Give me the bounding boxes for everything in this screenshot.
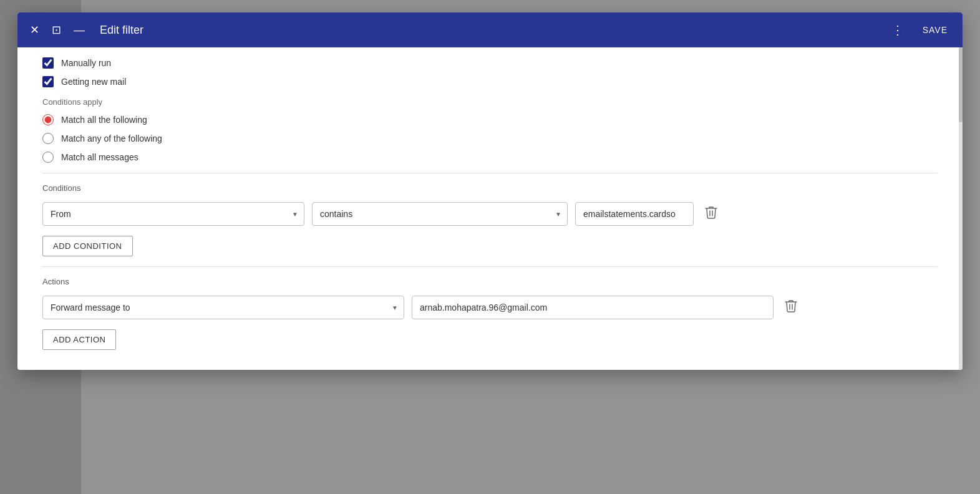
match-any-following-label: Match any of the following	[61, 133, 162, 143]
match-all-messages-label: Match all messages	[61, 152, 138, 162]
match-all-following-radio[interactable]	[42, 114, 54, 125]
from-field-select[interactable]: From To Subject Body	[42, 202, 304, 226]
conditions-title: Conditions	[42, 183, 938, 193]
header-right: ⋮ SAVE	[889, 21, 953, 39]
close-icon: ✕	[30, 24, 39, 36]
delete-condition-button[interactable]	[701, 201, 721, 226]
action-row-1: Forward message to Mark as read Delete A…	[42, 295, 938, 319]
getting-new-mail-row: Getting new mail	[42, 76, 938, 87]
trash-icon	[705, 205, 717, 222]
modal-body: Manually run Getting new mail Conditions…	[17, 47, 963, 370]
expand-icon: ⊡	[52, 24, 61, 36]
more-options-button[interactable]: ⋮	[889, 21, 908, 39]
add-action-button[interactable]: ADD ACTION	[42, 329, 116, 350]
trash-action-icon	[785, 299, 797, 316]
actions-divider	[42, 266, 938, 267]
conditions-apply-label: Conditions apply	[42, 97, 938, 107]
getting-new-mail-label: Getting new mail	[61, 77, 126, 87]
contains-field-select[interactable]: contains does not contain is is not	[312, 202, 568, 226]
condition-row-1: From To Subject Body contains does not c…	[42, 201, 938, 226]
match-any-following-radio[interactable]	[42, 133, 54, 144]
modal-overlay: ✕ ⊡ — Edit filter ⋮ SAVE	[0, 0, 980, 494]
action-email-input[interactable]	[412, 296, 774, 319]
contains-field-wrapper: contains does not contain is is not	[312, 202, 568, 226]
match-any-following-row: Match any of the following	[42, 133, 938, 144]
more-options-icon: ⋮	[891, 24, 905, 36]
manually-run-checkbox[interactable]	[42, 57, 54, 69]
modal-header: ✕ ⊡ — Edit filter ⋮ SAVE	[17, 12, 963, 47]
getting-new-mail-checkbox[interactable]	[42, 76, 54, 87]
manually-run-row: Manually run	[42, 57, 938, 69]
actions-title: Actions	[42, 277, 938, 286]
header-left: ✕ ⊡ — Edit filter	[27, 22, 143, 38]
from-field-wrapper: From To Subject Body	[42, 202, 304, 226]
delete-action-button[interactable]	[781, 295, 801, 319]
match-all-messages-row: Match all messages	[42, 152, 938, 163]
save-button[interactable]: SAVE	[918, 22, 953, 37]
expand-button[interactable]: ⊡	[49, 22, 64, 38]
scrollbar[interactable]	[959, 47, 963, 370]
match-all-following-row: Match all the following	[42, 114, 938, 125]
condition-value-input[interactable]	[575, 202, 694, 226]
action-field-wrapper: Forward message to Mark as read Delete A…	[42, 296, 404, 319]
scrollbar-thumb[interactable]	[959, 47, 963, 122]
conditions-divider	[42, 173, 938, 173]
match-all-following-label: Match all the following	[61, 115, 147, 125]
modal-title: Edit filter	[100, 24, 143, 37]
minimize-icon: —	[74, 24, 85, 36]
minimize-button[interactable]: —	[71, 22, 87, 38]
manually-run-label: Manually run	[61, 58, 111, 68]
match-all-messages-radio[interactable]	[42, 152, 54, 163]
edit-filter-modal: ✕ ⊡ — Edit filter ⋮ SAVE	[17, 12, 963, 370]
close-button[interactable]: ✕	[27, 22, 42, 38]
add-condition-button[interactable]: ADD CONDITION	[42, 236, 133, 256]
action-field-select[interactable]: Forward message to Mark as read Delete A…	[42, 296, 404, 319]
